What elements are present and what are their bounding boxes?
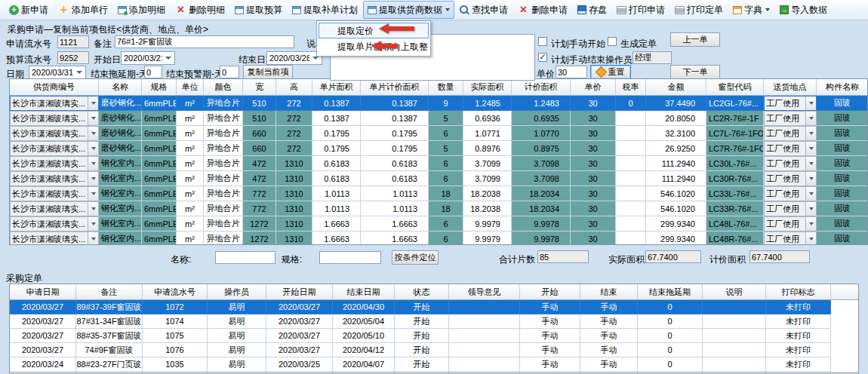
- table-row[interactable]: 2020/03/2788#35-37F窗固玻1075易明2020/03/2720…: [10, 329, 858, 343]
- column-header-unit[interactable]: 单位: [177, 79, 204, 95]
- chevron-down-icon[interactable]: [805, 157, 816, 170]
- column-header-spec[interactable]: 规格: [142, 79, 177, 95]
- dictionary-button[interactable]: 字典: [728, 1, 774, 19]
- request-no-input[interactable]: [57, 35, 89, 48]
- column-header-start-mode[interactable]: 开始: [520, 284, 580, 299]
- column-header-width[interactable]: 宽: [243, 79, 276, 95]
- column-header-piece-price-area[interactable]: 单片计价面积: [361, 79, 429, 95]
- column-header-end-date[interactable]: 结束日期: [333, 284, 395, 299]
- column-header-operator[interactable]: 操作员: [208, 284, 266, 299]
- column-header-actual-area[interactable]: 实际面积: [463, 79, 512, 95]
- table-row[interactable]: 长沙市潇湘玻璃实...钢化室内...6mmPLE...m²异地合片4721310…: [10, 156, 867, 171]
- print-order-button[interactable]: 打印定单: [670, 1, 728, 19]
- cell-supplier-combobox[interactable]: 长沙市潇湘玻璃实...: [10, 111, 99, 126]
- chevron-down-icon[interactable]: [88, 157, 98, 170]
- cell-delivery-combobox[interactable]: 工厂使用: [764, 171, 817, 186]
- chevron-down-icon[interactable]: [88, 127, 98, 140]
- end-date-picker[interactable]: 2020/03/28: [266, 51, 322, 65]
- column-header-name[interactable]: 名称: [99, 79, 142, 95]
- column-header-note[interactable]: 说明: [703, 284, 766, 299]
- column-header-unit-price[interactable]: 单价: [571, 79, 616, 95]
- table-row[interactable]: 2020/03/2787#31-34F窗固玻1074易明2020/03/2720…: [10, 314, 858, 329]
- column-header-piece-area[interactable]: 单片面积: [312, 79, 361, 95]
- spec-filter-input[interactable]: [319, 251, 381, 264]
- cell-delivery-combobox[interactable]: 工厂使用: [764, 111, 817, 126]
- column-header-part-name[interactable]: 构件名称: [817, 79, 868, 95]
- table-row[interactable]: 长沙市潇湘玻璃实...钢化室内...6mmPLE...m²异地合片4721310…: [10, 171, 867, 186]
- column-header-status[interactable]: 状态: [395, 284, 449, 299]
- cell-delivery-combobox[interactable]: 工厂使用: [764, 141, 817, 156]
- table-row[interactable]: 长沙市潇湘玻璃实...磨砂钢化...6mmPLE...m²异地合片6602720…: [10, 126, 867, 141]
- date-picker[interactable]: 2020/03/31: [29, 66, 86, 79]
- add-detail-button[interactable]: 添加明细: [113, 1, 170, 19]
- table-row[interactable]: 长沙市潇湘玻璃实...钢化室内...6mmPLE...m²异地合片1272131…: [10, 231, 867, 245]
- column-header-start-date[interactable]: 开始日期: [266, 284, 333, 299]
- column-header-end-mode[interactable]: 结束: [580, 284, 638, 299]
- chevron-down-icon[interactable]: [805, 172, 816, 185]
- chevron-down-icon[interactable]: [312, 57, 319, 60]
- chevron-down-icon[interactable]: [88, 187, 98, 201]
- column-header-color[interactable]: 颜色: [204, 79, 243, 95]
- chevron-down-icon[interactable]: [805, 202, 816, 216]
- table-row[interactable]: 2020/03/2774#9F窗固玻1076易明2020/03/272020/0…: [10, 343, 858, 357]
- cell-supplier-combobox[interactable]: 长沙市潇湘玻璃实...: [10, 156, 99, 171]
- table-row[interactable]: 长沙市潇湘玻璃实...磨砂钢化...6mmPLE...m²异地合片6602720…: [10, 141, 867, 156]
- chevron-down-icon[interactable]: [805, 232, 816, 245]
- generate-order-checkbox[interactable]: [608, 37, 617, 46]
- table-row[interactable]: 长沙市潇湘玻璃实...钢化室内...6mmPLE...m²异地合片7721310…: [10, 186, 867, 201]
- chevron-down-icon[interactable]: [765, 8, 770, 11]
- chevron-down-icon[interactable]: [805, 142, 816, 155]
- chevron-down-icon[interactable]: [88, 97, 98, 110]
- search-button[interactable]: 查找申请: [455, 1, 512, 19]
- cell-supplier-combobox[interactable]: 长沙市潇湘玻璃实...: [10, 216, 99, 231]
- cell-delivery-combobox[interactable]: 工厂使用: [764, 231, 817, 245]
- column-header-tax[interactable]: 税率: [616, 79, 646, 95]
- table-row[interactable]: 2020/03/2488#23-27F门页玻1035易明2020/03/2520…: [10, 357, 858, 372]
- delete-request-button[interactable]: 删除申请: [513, 1, 572, 19]
- column-header-delivery[interactable]: 送货地点: [764, 79, 817, 95]
- column-header-qty[interactable]: 数量: [429, 79, 463, 95]
- chevron-down-icon[interactable]: [88, 172, 98, 185]
- extract-supplier-button[interactable]: 提取供货商数据: [363, 1, 454, 19]
- table-row[interactable]: 长沙市潇湘玻璃实...钢化室内...6mmPLE...m²异地合片1272131…: [10, 216, 867, 231]
- column-header-amount[interactable]: 金额: [646, 79, 706, 95]
- cell-delivery-combobox[interactable]: 工厂使用: [764, 186, 817, 201]
- cell-supplier-combobox[interactable]: 长沙市潇湘玻璃实...: [10, 96, 99, 111]
- operator-input[interactable]: [633, 51, 672, 64]
- import-button[interactable]: 导入数据: [775, 1, 832, 19]
- reset-button[interactable]: 重置: [590, 65, 631, 79]
- table-row[interactable]: 长沙市潇湘玻璃实...钢化室内...6mmPLE...m²异地合片7721310…: [10, 201, 867, 216]
- cell-delivery-combobox[interactable]: 工厂使用: [764, 156, 817, 171]
- remark-input[interactable]: [115, 35, 294, 48]
- previous-order-button[interactable]: 上一单: [670, 32, 720, 47]
- save-button[interactable]: 存盘: [573, 1, 611, 19]
- chevron-down-icon[interactable]: [88, 112, 98, 125]
- cell-supplier-combobox[interactable]: 长沙市潇湘玻璃实...: [10, 201, 99, 216]
- table-row[interactable]: [10, 372, 858, 373]
- extract-budget-button[interactable]: 提取预算: [230, 1, 287, 19]
- cell-supplier-combobox[interactable]: 长沙市潇湘玻璃实...: [10, 141, 99, 156]
- end-delay-input[interactable]: [144, 66, 162, 78]
- chevron-down-icon[interactable]: [88, 202, 98, 216]
- column-header-end-delay[interactable]: 结束拖延期: [638, 284, 703, 299]
- cell-delivery-combobox[interactable]: 工厂使用: [764, 96, 817, 111]
- cell-supplier-combobox[interactable]: 长沙市潇湘玻璃实...: [10, 186, 99, 201]
- column-header-window-code[interactable]: 窗型代码: [706, 79, 764, 95]
- extract-plan-button[interactable]: 提取补单计划: [288, 1, 362, 19]
- column-header-supplier[interactable]: 供货商编号: [10, 79, 99, 95]
- cell-supplier-combobox[interactable]: 长沙市潇湘玻璃实...: [10, 126, 99, 141]
- manual-end-checkbox[interactable]: [538, 53, 547, 62]
- cell-supplier-combobox[interactable]: 长沙市潇湘玻璃实...: [10, 171, 99, 186]
- print-request-button[interactable]: 打印申请: [612, 1, 669, 19]
- chevron-down-icon[interactable]: [805, 187, 816, 201]
- unit-price-input[interactable]: [556, 66, 587, 78]
- column-header-price-area[interactable]: 计价面积: [512, 79, 571, 95]
- next-order-button[interactable]: 下一单: [670, 65, 720, 79]
- start-date-picker[interactable]: 2020/03/21: [121, 51, 175, 65]
- column-header-leader-opinion[interactable]: 领导意见: [449, 284, 520, 299]
- table-row[interactable]: 长沙市潇湘玻璃实...磨砂钢化...6mmPLE...m²异地合片5102720…: [10, 111, 867, 126]
- chevron-down-icon[interactable]: [805, 127, 816, 140]
- locate-by-condition-button[interactable]: 按条件定位: [392, 250, 439, 265]
- name-filter-input[interactable]: [215, 251, 275, 264]
- chevron-down-icon[interactable]: [805, 217, 816, 231]
